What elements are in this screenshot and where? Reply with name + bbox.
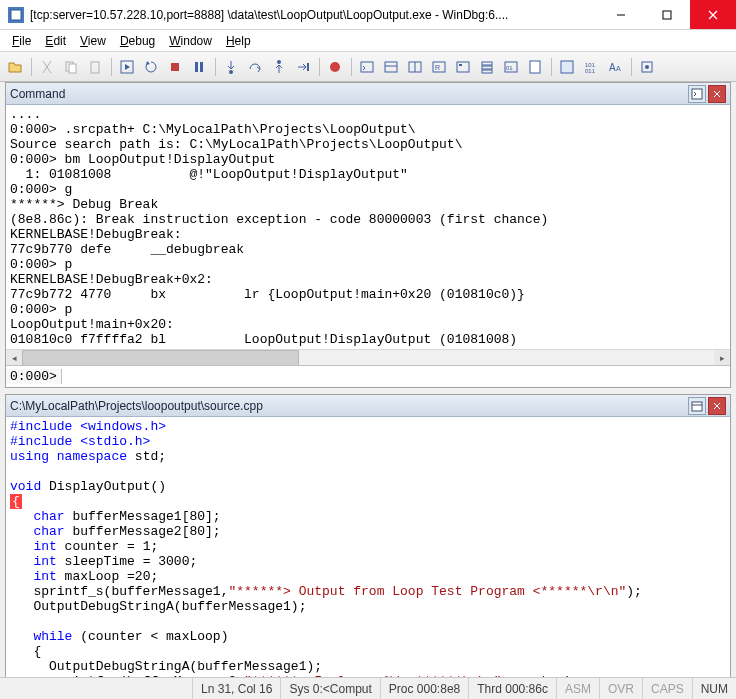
status-asm: ASM xyxy=(556,678,599,699)
command-input-row: 0:000> xyxy=(6,365,730,387)
svg-rect-31 xyxy=(561,61,573,73)
status-lncol: Ln 31, Col 16 xyxy=(192,678,280,699)
locals-window-button[interactable] xyxy=(404,56,426,78)
toolbar-separator xyxy=(548,56,554,78)
scratch-window-button[interactable] xyxy=(524,56,546,78)
menu-window[interactable]: Window xyxy=(163,32,218,50)
svg-point-13 xyxy=(277,60,281,64)
open-exe-button[interactable] xyxy=(4,56,26,78)
menu-file[interactable]: File xyxy=(6,32,37,50)
status-sys[interactable]: Sys 0:<Comput xyxy=(280,678,379,699)
svg-point-12 xyxy=(229,70,233,74)
toolbar-separator xyxy=(316,56,322,78)
command-prompt: 0:000> xyxy=(6,369,62,384)
bin-button[interactable]: 101011 xyxy=(580,56,602,78)
options-button[interactable] xyxy=(636,56,658,78)
scroll-track[interactable] xyxy=(22,350,714,366)
toolbar-separator xyxy=(628,56,634,78)
svg-rect-25 xyxy=(482,62,492,65)
svg-rect-14 xyxy=(307,63,309,71)
source-mode-button[interactable] xyxy=(556,56,578,78)
close-button[interactable] xyxy=(690,0,736,29)
copy-button[interactable] xyxy=(60,56,82,78)
svg-text:01: 01 xyxy=(506,65,513,71)
svg-rect-0 xyxy=(11,10,21,20)
svg-rect-17 xyxy=(385,62,397,72)
menu-view[interactable]: View xyxy=(74,32,112,50)
breakpoint-button[interactable] xyxy=(324,56,346,78)
command-output[interactable]: .... 0:000> .srcpath+ C:\MyLocalPath\Pro… xyxy=(6,105,730,349)
command-pane: Command .... 0:000> .srcpath+ C:\MyLocal… xyxy=(5,82,731,388)
status-proc[interactable]: Proc 000:8e8 xyxy=(380,678,468,699)
status-ovr: OVR xyxy=(599,678,642,699)
svg-rect-26 xyxy=(482,66,492,69)
menu-help[interactable]: Help xyxy=(220,32,257,50)
svg-text:A: A xyxy=(616,65,621,72)
scroll-thumb[interactable] xyxy=(22,350,299,366)
svg-rect-6 xyxy=(69,64,76,73)
stop-button[interactable] xyxy=(164,56,186,78)
step-into-button[interactable] xyxy=(220,56,242,78)
scroll-right-icon[interactable]: ▸ xyxy=(714,350,730,366)
command-window-button[interactable] xyxy=(356,56,378,78)
toolbar-separator xyxy=(108,56,114,78)
svg-text:A: A xyxy=(609,62,616,73)
step-out-button[interactable] xyxy=(268,56,290,78)
disasm-window-button[interactable]: 01 xyxy=(500,56,522,78)
current-line-marker: { xyxy=(10,494,22,509)
client-area: Command .... 0:000> .srcpath+ C:\MyLocal… xyxy=(0,82,736,677)
source-pane-close-icon[interactable] xyxy=(708,397,726,415)
svg-text:011: 011 xyxy=(585,68,596,74)
svg-rect-27 xyxy=(482,70,492,73)
toolbar: R 01 101011 AA xyxy=(0,52,736,82)
registers-window-button[interactable]: R xyxy=(428,56,450,78)
menu-debug[interactable]: Debug xyxy=(114,32,161,50)
command-input[interactable] xyxy=(62,369,730,384)
status-caps: CAPS xyxy=(642,678,692,699)
status-bar: Ln 31, Col 16 Sys 0:<Comput Proc 000:8e8… xyxy=(0,677,736,699)
command-pane-close-icon[interactable] xyxy=(708,85,726,103)
font-button[interactable]: AA xyxy=(604,56,626,78)
run-to-cursor-button[interactable] xyxy=(292,56,314,78)
source-pane: C:\MyLocalPath\Projects\loopoutput\sourc… xyxy=(5,394,731,677)
source-text[interactable]: #include <windows.h> #include <stdio.h> … xyxy=(6,417,730,677)
svg-rect-23 xyxy=(457,62,469,72)
go-button[interactable] xyxy=(116,56,138,78)
menu-bar: File Edit View Debug Window Help xyxy=(0,30,736,52)
menu-edit[interactable]: Edit xyxy=(39,32,72,50)
scroll-left-icon[interactable]: ◂ xyxy=(6,350,22,366)
break-button[interactable] xyxy=(188,56,210,78)
minimize-button[interactable] xyxy=(598,0,644,29)
app-icon xyxy=(8,7,24,23)
svg-rect-10 xyxy=(195,62,198,72)
status-thrd[interactable]: Thrd 000:86c xyxy=(468,678,556,699)
toolbar-separator xyxy=(348,56,354,78)
restart-button[interactable] xyxy=(140,56,162,78)
svg-rect-9 xyxy=(171,63,179,71)
window-title: [tcp:server=10.57.228.10,port=8888] \dat… xyxy=(30,8,598,22)
source-pane-menu-icon[interactable] xyxy=(688,397,706,415)
svg-point-37 xyxy=(645,65,649,69)
status-num: NUM xyxy=(692,678,736,699)
maximize-button[interactable] xyxy=(644,0,690,29)
memory-window-button[interactable] xyxy=(452,56,474,78)
svg-rect-2 xyxy=(663,11,671,19)
toolbar-separator xyxy=(28,56,34,78)
cut-button[interactable] xyxy=(36,56,58,78)
command-pane-header[interactable]: Command xyxy=(6,83,730,105)
source-pane-header[interactable]: C:\MyLocalPath\Projects\loopoutput\sourc… xyxy=(6,395,730,417)
command-pane-menu-icon[interactable] xyxy=(688,85,706,103)
source-pane-title: C:\MyLocalPath\Projects\loopoutput\sourc… xyxy=(10,399,686,413)
svg-point-15 xyxy=(330,62,340,72)
svg-text:R: R xyxy=(435,64,440,71)
callstack-window-button[interactable] xyxy=(476,56,498,78)
svg-rect-41 xyxy=(692,402,702,411)
watch-window-button[interactable] xyxy=(380,56,402,78)
source-body[interactable]: #include <windows.h> #include <stdio.h> … xyxy=(6,417,730,677)
paste-button[interactable] xyxy=(84,56,106,78)
svg-rect-11 xyxy=(200,62,203,72)
command-body: .... 0:000> .srcpath+ C:\MyLocalPath\Pro… xyxy=(6,105,730,365)
svg-rect-38 xyxy=(692,89,702,99)
command-hscrollbar[interactable]: ◂ ▸ xyxy=(6,349,730,365)
step-over-button[interactable] xyxy=(244,56,266,78)
